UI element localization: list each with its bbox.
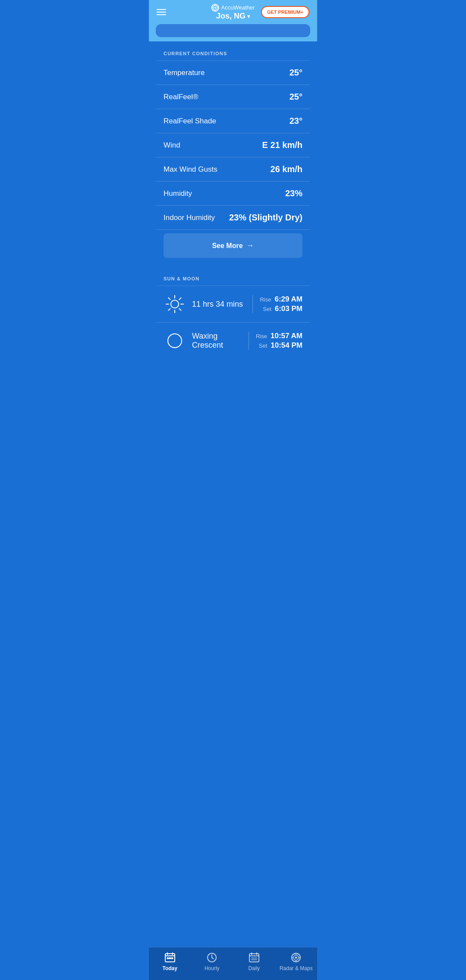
realfeel-shade-value: 23° (290, 116, 302, 126)
moon-rise-time: 10:57 AM (271, 332, 302, 340)
wind-label: Wind (164, 141, 180, 150)
realfeel-shade-label: RealFeel Shade (164, 117, 216, 126)
current-conditions-card: CURRENT CONDITIONS Temperature 25° RealF… (156, 45, 310, 266)
chevron-down-icon: ▾ (247, 13, 250, 19)
brand-name: AccuWeather (221, 4, 255, 11)
sun-rise-time: 6:29 AM (274, 295, 302, 304)
top-spacer (149, 24, 317, 41)
menu-button[interactable] (157, 9, 166, 15)
moon-rise-label: Rise (256, 333, 267, 339)
temperature-value: 25° (290, 68, 302, 78)
humidity-row: Humidity 23% (156, 182, 310, 206)
premium-button[interactable]: GET PREMIUM+ (261, 6, 309, 18)
header-center: AccuWeather Jos, NG ▾ (211, 4, 255, 21)
moon-icon (164, 330, 186, 352)
realfeel-row: RealFeel® 25° (156, 85, 310, 109)
max-wind-row: Max Wind Gusts 26 km/h (156, 157, 310, 182)
moon-set-label: Set (259, 342, 268, 349)
svg-line-14 (168, 308, 170, 310)
sun-row: 11 hrs 34 mins Rise 6:29 AM Set 6:03 PM (156, 286, 310, 323)
indoor-humidity-value: 23% (Slightly Dry) (229, 213, 302, 223)
realfeel-shade-row: RealFeel Shade 23° (156, 109, 310, 133)
bottom-padding (156, 363, 310, 398)
sun-moon-card: SUN & MOON 11 hrs 34 mins (156, 270, 310, 359)
moon-row: Waxing Crescent Rise 10:57 AM Set 10:54 … (156, 323, 310, 359)
max-wind-value: 26 km/h (271, 164, 302, 174)
humidity-value: 23% (285, 188, 302, 198)
moon-set-time: 10:54 PM (271, 341, 302, 350)
sun-set-row: Set 6:03 PM (263, 305, 302, 313)
see-more-label: See More (212, 242, 242, 250)
svg-point-15 (168, 334, 182, 348)
temperature-label: Temperature (164, 69, 205, 77)
realfeel-label: RealFeel® (164, 93, 198, 101)
wind-value: E 21 km/h (262, 140, 302, 150)
location-selector[interactable]: Jos, NG ▾ (216, 12, 250, 21)
svg-point-1 (214, 7, 216, 9)
moon-phase: Waxing Crescent (192, 332, 249, 350)
moon-svg (164, 330, 185, 351)
wind-row: Wind E 21 km/h (156, 133, 310, 157)
sun-times: Rise 6:29 AM Set 6:03 PM (252, 295, 302, 313)
sun-set-time: 6:03 PM (275, 305, 302, 313)
svg-line-11 (168, 298, 170, 299)
realfeel-value: 25° (290, 92, 302, 102)
main-content: CURRENT CONDITIONS Temperature 25° RealF… (149, 41, 317, 398)
weather-summary-card (156, 24, 310, 37)
temperature-row: Temperature 25° (156, 61, 310, 85)
app-header: AccuWeather Jos, NG ▾ GET PREMIUM+ (149, 0, 317, 24)
current-conditions-header: CURRENT CONDITIONS (156, 45, 310, 61)
sun-rise-label: Rise (260, 296, 271, 303)
indoor-humidity-row: Indoor Humidity 23% (Slightly Dry) (156, 206, 310, 230)
see-more-button[interactable]: See More → (164, 233, 302, 258)
location-text: Jos, NG (216, 12, 246, 21)
brand-logo: AccuWeather (211, 4, 255, 12)
moon-rise-row: Rise 10:57 AM (256, 332, 302, 340)
sun-rise-row: Rise 6:29 AM (260, 295, 302, 304)
moon-times: Rise 10:57 AM Set 10:54 PM (249, 332, 302, 350)
sun-duration: 11 hrs 34 mins (192, 300, 252, 309)
sun-svg (164, 294, 185, 314)
svg-line-13 (179, 298, 181, 299)
sun-icon (164, 293, 186, 315)
arrow-right-icon: → (246, 241, 254, 250)
max-wind-label: Max Wind Gusts (164, 165, 217, 174)
svg-line-12 (179, 308, 181, 310)
accuweather-icon (211, 4, 219, 12)
sun-moon-header: SUN & MOON (156, 270, 310, 286)
humidity-label: Humidity (164, 189, 192, 198)
moon-set-row: Set 10:54 PM (259, 341, 302, 350)
indoor-humidity-label: Indoor Humidity (164, 214, 215, 222)
svg-point-6 (171, 300, 179, 308)
sun-set-label: Set (263, 306, 271, 312)
